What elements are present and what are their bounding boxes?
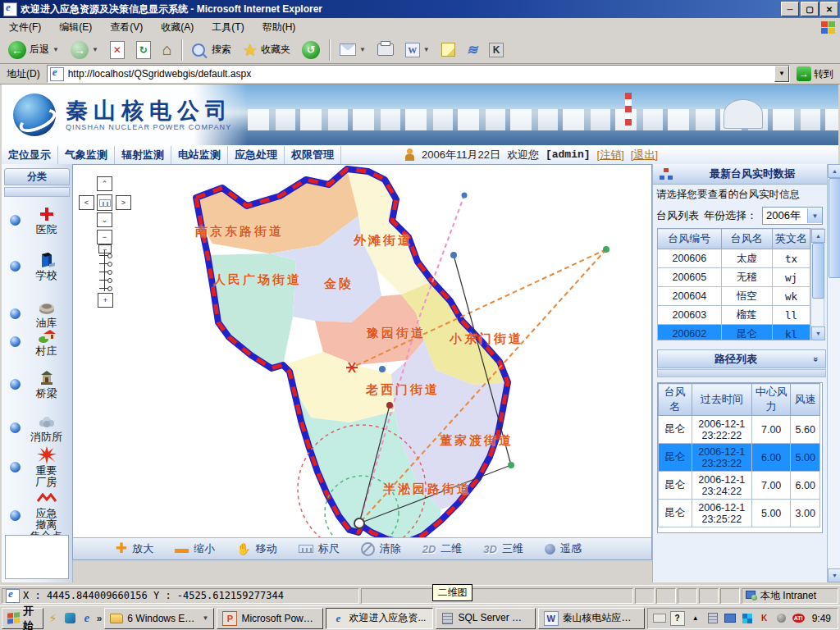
messenger-button[interactable]: ≋ — [462, 39, 482, 60]
sidebar-item-bridge[interactable]: 桥梁 — [2, 369, 72, 399]
go-button[interactable]: → 转到 — [793, 66, 837, 82]
task-windows-explorer[interactable]: 6 Windows Expl... ▼ — [104, 608, 214, 629]
task-ie-current[interactable]: e 欢迎进入应急资... — [326, 608, 432, 629]
zoom-slider-track[interactable] — [104, 250, 105, 291]
scroll-down-icon[interactable]: ▼ — [811, 326, 825, 340]
nav-item-radiation[interactable]: 辐射监测 — [115, 146, 171, 164]
keyboard-tray-icon[interactable] — [653, 612, 666, 625]
zoom-in-tool[interactable]: ✚ 放大 — [116, 541, 153, 556]
back-button[interactable]: ← 后退 ▼ — [3, 39, 64, 62]
quicklaunch-ie-icon[interactable]: e — [80, 609, 94, 628]
pan-down-button[interactable]: ⌄ — [97, 212, 112, 227]
typhoon-row[interactable]: 200605无稽wj — [658, 268, 810, 287]
col-wind-force[interactable]: 中心风力 — [751, 384, 790, 416]
minimize-button[interactable]: ─ — [781, 2, 799, 16]
address-input[interactable] — [66, 66, 774, 81]
col-time[interactable]: 过去时间 — [692, 384, 751, 416]
nav-item-weather[interactable]: 气象监测 — [58, 146, 115, 164]
task-sql-server[interactable]: SQL Server 服务... — [436, 608, 536, 629]
nav-item-station[interactable]: 电站监测 — [171, 146, 228, 164]
edit-word-button[interactable]: W ▼ — [400, 40, 435, 60]
detail-row-selected[interactable]: 昆仑2006-12-1 23:23:226.005.00 — [659, 444, 820, 472]
task-powerpoint[interactable]: P Microsoft PowerP... — [217, 608, 323, 629]
select-dropdown-icon[interactable]: ▼ — [807, 208, 822, 223]
col-name[interactable]: 台风名 — [659, 384, 692, 416]
category-header[interactable]: 分类 — [4, 168, 70, 185]
scroll-up-icon[interactable]: ▲ — [811, 229, 825, 243]
ruler-tool[interactable]: 标尺 — [299, 541, 340, 556]
panel-scrollbar[interactable]: ▲ ▼ — [827, 164, 840, 582]
back-dropdown-icon[interactable]: ▼ — [52, 46, 59, 53]
menu-tools[interactable]: 工具(T) — [203, 18, 253, 36]
typhoon-table-scrollbar[interactable]: ▲ ▼ — [810, 228, 824, 340]
nav-item-emergency[interactable]: 应急处理 — [228, 146, 285, 164]
nav-item-permission[interactable]: 权限管理 — [285, 146, 341, 164]
menu-help[interactable]: 帮助(H) — [253, 18, 305, 36]
detail-row[interactable]: 昆仑2006-12-1 23:22:227.005.60 — [659, 416, 820, 444]
full-extent-button[interactable] — [97, 194, 112, 211]
nav-item-locate[interactable]: 定位显示 — [2, 146, 58, 164]
favorites-button[interactable]: ★ 收藏夹 — [238, 38, 295, 62]
kaspersky-tray-icon[interactable]: K — [758, 612, 771, 625]
typhoon-row[interactable]: 200603榴莲ll — [658, 306, 810, 325]
sidebar-item-village[interactable]: 村庄 — [2, 326, 72, 357]
mail-dropdown-icon[interactable]: ▼ — [359, 46, 366, 53]
task-word-doc[interactable]: W 秦山核电站应急... — [538, 608, 645, 629]
edit-dropdown-icon[interactable]: ▼ — [423, 46, 430, 53]
path-list-header[interactable]: 路径列表 » — [657, 349, 826, 368]
col-typhoon-en[interactable]: 英文名 — [773, 229, 810, 249]
history-button[interactable]: ↺ — [297, 39, 325, 62]
collapse-chevron-icon[interactable]: » — [811, 356, 821, 361]
sidebar-item-school[interactable]: 学校 — [2, 251, 72, 281]
menu-edit[interactable]: 编辑(E) — [50, 18, 101, 36]
view-3d-tool[interactable]: 3D 三维 — [483, 541, 523, 556]
pan-left-button[interactable]: < — [79, 195, 94, 210]
volume-tray-icon[interactable] — [775, 612, 788, 625]
detail-row[interactable]: 昆仑2006-12-1 23:24:227.006.00 — [659, 472, 820, 500]
view-2d-tool[interactable]: 2D 二维 — [422, 541, 463, 556]
scroll-down-icon[interactable]: ▼ — [828, 568, 840, 582]
maximize-button[interactable]: ▢ — [801, 2, 819, 16]
mail-button[interactable]: ▼ — [335, 41, 371, 58]
col-typhoon-id[interactable]: 台风编号 — [658, 229, 722, 249]
menu-view[interactable]: 查看(V) — [101, 18, 152, 36]
network-tray-icon[interactable] — [724, 612, 737, 625]
forward-button[interactable]: → ▼ — [66, 39, 103, 62]
close-button[interactable]: ✕ — [820, 2, 838, 16]
typhoon-row[interactable]: 200604悟空wk — [658, 287, 810, 306]
panel-splitter[interactable] — [657, 369, 826, 377]
map-viewport[interactable]: 南京东路街道 外滩街道 人民广场街道 金陵 豫园街道 小东门街道 老西门街道 董… — [72, 164, 652, 560]
detail-row[interactable]: 昆仑2006-12-1 23:25:225.003.00 — [659, 500, 820, 527]
zoom-minus-button[interactable]: − — [97, 230, 112, 244]
zoom-plus-button[interactable]: + — [98, 293, 113, 308]
scroll-up-icon[interactable]: ▲ — [828, 164, 840, 178]
grid-tray-icon[interactable] — [741, 612, 754, 625]
refresh-button[interactable]: ↻ — [131, 39, 156, 62]
notes-button[interactable] — [436, 40, 460, 59]
sidebar-item-oil-depot[interactable]: 油库 — [2, 299, 72, 329]
sidebar-item-hospital[interactable]: 医院 — [2, 205, 72, 235]
remote-sensing-tool[interactable]: 遥感 — [545, 541, 582, 556]
zoom-out-tool[interactable]: ▬ 缩小 — [175, 541, 215, 556]
search-button[interactable]: 搜索 — [187, 40, 236, 59]
sidebar-item-fire-station[interactable]: 消防所 — [2, 413, 72, 443]
quicklaunch-overflow-icon[interactable]: » — [97, 613, 103, 624]
sql-tray-icon[interactable] — [706, 612, 719, 625]
typhoon-row[interactable]: 200606太虚tx — [658, 249, 810, 268]
col-wind-speed[interactable]: 风速 — [791, 384, 820, 416]
group-dropdown-icon[interactable]: ▼ — [202, 614, 208, 622]
zoom-slider-top[interactable]: − — [98, 244, 112, 253]
col-typhoon-name[interactable]: 台风名 — [721, 229, 772, 249]
address-dropdown-icon[interactable]: ▼ — [774, 66, 789, 82]
menu-favorites[interactable]: 收藏(A) — [152, 18, 203, 36]
tray-expand-icon[interactable]: ▲ — [689, 612, 702, 625]
home-button[interactable]: ⌂ — [158, 38, 177, 62]
start-button[interactable]: 开始 — [2, 608, 43, 629]
ati-tray-icon[interactable]: ATI — [792, 614, 805, 623]
print-button[interactable] — [372, 41, 399, 58]
quicklaunch-app-icon[interactable] — [62, 609, 77, 628]
pan-right-button[interactable]: > — [116, 195, 131, 210]
typhoon-row-selected[interactable]: 200602昆仑kl — [658, 325, 810, 341]
forward-dropdown-icon[interactable]: ▼ — [92, 46, 98, 53]
pan-up-button[interactable]: ⌃ — [97, 176, 112, 191]
